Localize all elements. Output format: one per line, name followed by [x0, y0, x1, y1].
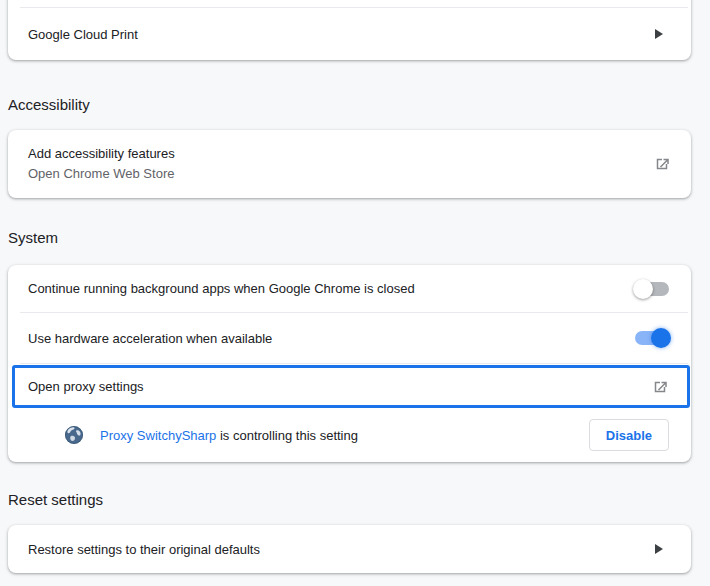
reset-settings-card: Restore settings to their original defau…: [8, 525, 691, 573]
row-add-accessibility-features[interactable]: Add accessibility features Open Chrome W…: [8, 130, 691, 198]
row-google-cloud-print[interactable]: Google Cloud Print: [8, 8, 691, 60]
row-label: Use hardware acceleration when available: [28, 331, 272, 346]
disable-button[interactable]: Disable: [589, 419, 669, 451]
row-title: Add accessibility features: [28, 144, 175, 164]
row-restore-defaults[interactable]: Restore settings to their original defau…: [8, 525, 691, 573]
extension-controlled-indicator: Proxy SwitchySharp is controlling this s…: [8, 408, 691, 462]
arrow-right-icon: [655, 29, 663, 39]
row-background-apps[interactable]: Continue running background apps when Go…: [8, 265, 691, 312]
open-in-new-icon: [651, 378, 669, 396]
system-card: Continue running background apps when Go…: [8, 265, 691, 462]
row-label: Restore settings to their original defau…: [28, 542, 260, 557]
switchysharp-extension-icon: [64, 425, 84, 445]
switchysharp-link[interactable]: Proxy SwitchySharp: [100, 428, 216, 443]
row-divider: [20, 363, 688, 364]
open-in-new-icon: [653, 155, 671, 173]
row-hardware-acceleration[interactable]: Use hardware acceleration when available: [8, 313, 691, 363]
accessibility-heading: Accessibility: [8, 96, 90, 114]
row-label: Continue running background apps when Go…: [28, 281, 415, 296]
row-label: Open proxy settings: [28, 379, 144, 394]
row-open-proxy-settings[interactable]: Open proxy settings: [12, 365, 690, 408]
row-text-block: Add accessibility features Open Chrome W…: [28, 144, 175, 184]
system-heading: System: [8, 229, 58, 247]
background-apps-toggle[interactable]: [635, 282, 669, 296]
reset-settings-heading: Reset settings: [8, 491, 103, 509]
indicator-text: Proxy SwitchySharp is controlling this s…: [100, 428, 358, 443]
indicator-suffix: is controlling this setting: [216, 428, 358, 443]
accessibility-card: Add accessibility features Open Chrome W…: [8, 130, 691, 198]
row-label: Google Cloud Print: [28, 27, 138, 42]
arrow-right-icon: [655, 544, 663, 554]
row-subtitle: Open Chrome Web Store: [28, 164, 175, 184]
google-cloud-print-card: Google Cloud Print: [8, 0, 691, 60]
hardware-acceleration-toggle[interactable]: [635, 331, 669, 345]
